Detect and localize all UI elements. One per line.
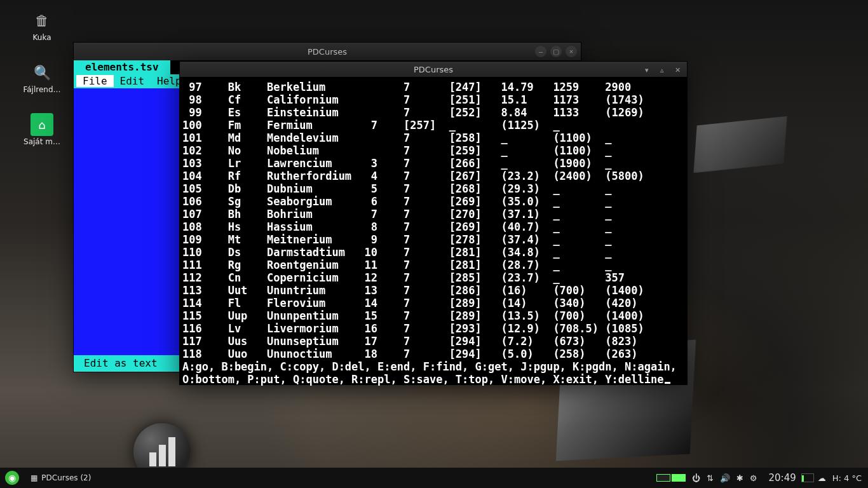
taskbar-item-pdcurses[interactable]: ▦ PDCurses (2) [24,468,97,488]
clock[interactable]: 20:49 [768,472,796,484]
help-line: A:go, B:begin, C:copy, D:del, E:end, F:f… [180,360,687,387]
desktop-icon-label: Saját m… [14,137,70,146]
terminal-output[interactable]: 97 Bk Berkelium 7 [247] 14.79 1259 2900 … [180,77,687,360]
menu-edit[interactable]: Edit [114,75,151,87]
minimize-button[interactable]: – [535,46,546,57]
start-button[interactable]: ◉ [5,471,19,485]
maximize-button[interactable]: ▵ [656,65,668,75]
window-title: PDCurses [308,47,347,57]
cpu-meter-icon[interactable] [801,473,814,482]
window-title: PDCurses [414,65,453,74]
desktop-icon-label: Kuka [14,33,70,42]
tab-elements[interactable]: elements.tsv [74,60,170,74]
desktop-icon-home[interactable]: ⌂Saját m… [14,113,70,146]
desktop-icon-label: Fájlrend… [14,85,70,94]
window-buttons: – ▢ × [535,46,577,57]
tray-icon-0[interactable]: ⏻ [692,473,700,483]
manjaro-logo-icon [149,437,175,466]
minimize-button[interactable]: ▾ [641,65,653,75]
window-titlebar[interactable]: PDCurses – ▢ × [74,43,581,60]
tray-icon-4[interactable]: ⚙ [750,473,757,483]
cursor-icon [665,382,670,384]
weather-icon: ☁ [818,473,826,483]
taskbar[interactable]: ◉ ▦ PDCurses (2) ⏻⇅🔊✱⚙ 20:49 ☁ H: 4 °C [0,468,868,488]
battery-indicator-icon[interactable] [656,474,686,482]
close-button[interactable]: ✕ [672,65,683,75]
desktop-background[interactable]: 🗑Kuka🔍Fájlrend…⌂Saját m… PDCurses – ▢ × … [0,0,868,488]
menu-file[interactable]: File [76,75,114,87]
tray-icon-3[interactable]: ✱ [736,473,743,483]
app-icon: ▦ [31,473,37,482]
tray-icon-2[interactable]: 🔊 [720,473,730,483]
system-tray: ⏻⇅🔊✱⚙ [692,473,763,483]
home-icon: ⌂ [31,113,53,136]
desktop-icon-trash[interactable]: 🗑Kuka [14,9,70,42]
wallpaper-cube [693,116,787,173]
files-icon: 🔍 [31,61,53,84]
window-buttons: ▾ ▵ ✕ [641,65,683,75]
desktop-icon-files[interactable]: 🔍Fájlrend… [14,61,70,94]
taskbar-item-label: PDCurses (2) [41,473,91,482]
close-button[interactable]: × [566,46,577,57]
pdcurses-terminal-window[interactable]: PDCurses ▾ ▵ ✕ 97 Bk Berkelium 7 [247] 1… [179,61,688,385]
trash-icon: 🗑 [31,9,53,32]
tray-icon-1[interactable]: ⇅ [707,473,714,483]
weather-text: H: 4 °C [832,473,862,483]
weather-widget[interactable]: ☁ H: 4 °C [818,473,868,483]
window-titlebar[interactable]: PDCurses ▾ ▵ ✕ [180,62,687,77]
maximize-button[interactable]: ▢ [550,46,562,57]
